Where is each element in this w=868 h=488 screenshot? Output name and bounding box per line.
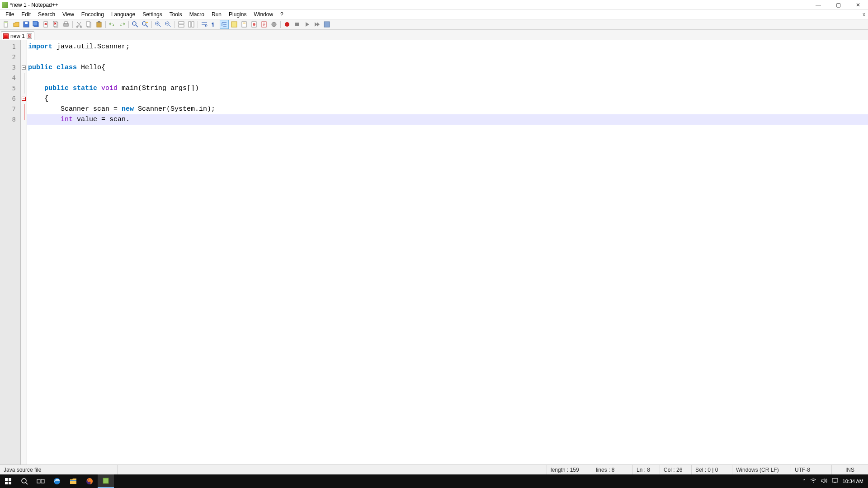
save-all-icon[interactable] (32, 20, 41, 29)
clock[interactable]: 10:34 AM (843, 479, 863, 484)
menu-plugins[interactable]: Plugins (225, 10, 250, 19)
svg-rect-23 (179, 25, 184, 27)
menu-view[interactable]: View (59, 10, 78, 19)
svg-rect-48 (832, 479, 838, 482)
macro-save-icon[interactable] (322, 20, 331, 29)
folder-panel-icon[interactable] (269, 20, 278, 29)
minimize-button[interactable]: — (808, 0, 828, 10)
paste-icon[interactable] (94, 20, 104, 29)
svg-rect-24 (189, 22, 191, 27)
status-sel: Sel : 0 | 0 (692, 465, 732, 474)
system-tray[interactable]: ˄ 10:34 AM (803, 478, 868, 484)
macro-play-icon[interactable] (302, 20, 311, 29)
doc-close-x[interactable]: x (863, 11, 865, 18)
doc-list-icon[interactable] (250, 20, 259, 29)
svg-rect-22 (179, 22, 184, 24)
svg-rect-19 (146, 22, 148, 23)
svg-point-17 (132, 22, 136, 25)
code-area[interactable]: import java.util.Scanner;public class He… (27, 40, 868, 465)
close-button[interactable]: ✕ (848, 0, 868, 10)
window-title: *new 1 - Notepad++ (10, 2, 808, 8)
redo-icon[interactable] (118, 20, 127, 29)
svg-rect-40 (9, 482, 11, 484)
svg-rect-25 (192, 22, 194, 27)
menu-settings[interactable]: Settings (139, 10, 165, 19)
wifi-icon[interactable] (810, 478, 816, 484)
maximize-button[interactable]: ▢ (828, 0, 848, 10)
close-all-icon[interactable] (52, 20, 61, 29)
indent-guide-icon[interactable] (220, 20, 229, 29)
editor[interactable]: 12345678 −− import java.util.Scanner;pub… (0, 40, 868, 465)
notifications-icon[interactable] (832, 478, 838, 484)
svg-rect-42 (37, 479, 40, 483)
titlebar: *new 1 - Notepad++ — ▢ ✕ (0, 0, 868, 10)
search-icon[interactable] (16, 474, 33, 488)
menu-window[interactable]: Window (250, 10, 277, 19)
status-filetype: Java source file (0, 465, 118, 474)
cut-icon[interactable] (75, 20, 84, 29)
undo-icon[interactable] (108, 20, 117, 29)
new-file-icon[interactable] (2, 20, 11, 29)
svg-rect-39 (5, 482, 8, 484)
open-file-icon[interactable] (12, 20, 21, 29)
line-gutter: 12345678 (0, 40, 21, 465)
menubar: File Edit Search View Encoding Language … (0, 10, 868, 19)
menu-encoding[interactable]: Encoding (78, 10, 108, 19)
sync-v-icon[interactable] (177, 20, 186, 29)
toolbar: ¶ (0, 19, 868, 30)
sync-h-icon[interactable] (187, 20, 196, 29)
find-icon[interactable] (131, 20, 140, 29)
svg-rect-38 (9, 478, 11, 481)
menu-edit[interactable]: Edit (18, 10, 34, 19)
status-encoding: UTF-8 (791, 465, 832, 474)
status-ins: INS (832, 465, 868, 474)
menu-search[interactable]: Search (34, 10, 59, 19)
status-lines: lines : 8 (592, 465, 633, 474)
fold-column[interactable]: −− (21, 40, 27, 465)
tabbar: new 1 ⊠ (0, 30, 868, 40)
svg-rect-35 (295, 23, 299, 26)
svg-rect-29 (243, 23, 245, 23)
svg-point-18 (142, 22, 146, 25)
save-icon[interactable] (22, 20, 31, 29)
zoom-out-icon[interactable] (164, 20, 173, 29)
menu-language[interactable]: Language (108, 10, 139, 19)
print-icon[interactable] (61, 20, 71, 29)
svg-rect-14 (86, 22, 90, 26)
task-view-icon[interactable] (33, 474, 49, 488)
volume-icon[interactable] (821, 478, 827, 484)
macro-multi-icon[interactable] (312, 20, 321, 29)
file-explorer-icon[interactable] (65, 474, 81, 488)
notepadpp-taskbar-icon[interactable] (98, 474, 114, 488)
tab-new1[interactable]: new 1 ⊠ (1, 31, 34, 40)
firefox-icon[interactable] (81, 474, 98, 488)
udl-icon[interactable] (230, 20, 239, 29)
tab-label: new 1 (10, 33, 25, 39)
menu-macro[interactable]: Macro (186, 10, 208, 19)
menu-tools[interactable]: Tools (166, 10, 186, 19)
edge-icon[interactable] (49, 474, 65, 488)
svg-rect-28 (242, 22, 246, 27)
app-icon (2, 2, 8, 8)
doc-map-icon[interactable] (240, 20, 249, 29)
menu-run[interactable]: Run (208, 10, 225, 19)
menu-file[interactable]: File (2, 10, 18, 19)
replace-icon[interactable] (141, 20, 150, 29)
status-ln: Ln : 8 (633, 465, 660, 474)
svg-rect-27 (231, 22, 237, 27)
menu-help[interactable]: ? (277, 10, 287, 19)
zoom-in-icon[interactable] (154, 20, 163, 29)
svg-rect-15 (97, 22, 101, 27)
close-file-icon[interactable] (42, 20, 51, 29)
start-button[interactable] (0, 474, 16, 488)
tab-close-button[interactable]: ⊠ (27, 33, 32, 39)
copy-icon[interactable] (85, 20, 94, 29)
all-chars-icon[interactable]: ¶ (210, 20, 219, 29)
macro-stop-icon[interactable] (292, 20, 302, 29)
wordwrap-icon[interactable] (200, 20, 209, 29)
tray-chevron-up-icon[interactable]: ˄ (803, 479, 806, 484)
svg-rect-45 (70, 480, 76, 481)
macro-record-icon[interactable] (283, 20, 292, 29)
status-length: length : 159 (547, 465, 592, 474)
func-list-icon[interactable] (259, 20, 269, 29)
